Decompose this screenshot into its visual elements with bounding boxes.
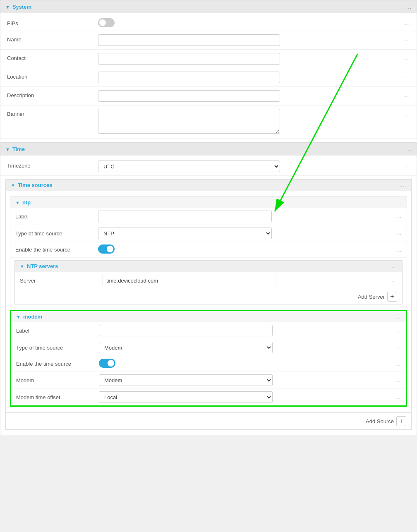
modem-label-input[interactable] — [99, 325, 273, 336]
ntp-enable-toggle[interactable] — [98, 244, 115, 254]
system-dots-icon[interactable]: ... — [406, 4, 412, 10]
add-server-button[interactable]: + — [387, 292, 397, 302]
name-dots-icon: ... — [405, 36, 410, 42]
server-dots[interactable]: ... — [385, 278, 397, 283]
timezone-row: Timezone UTC US/Eastern US/Central US/Mo… — [0, 157, 417, 176]
name-control — [98, 34, 398, 46]
ntp-type-dots[interactable]: ... — [389, 230, 402, 236]
system-section-header[interactable]: ▼ System ... — [0, 0, 417, 13]
name-row: Name ... — [0, 31, 417, 50]
contact-control — [98, 53, 398, 65]
fips-dots[interactable]: ... — [398, 18, 410, 26]
location-input[interactable] — [98, 72, 280, 83]
contact-input[interactable] — [98, 53, 280, 65]
add-source-row: Add Source + — [6, 412, 411, 429]
location-dots[interactable]: ... — [398, 72, 410, 79]
ntp-servers-dots-icon[interactable]: ... — [392, 264, 397, 269]
location-dots-icon: ... — [405, 74, 410, 79]
modem-enable-label: Enable the time source — [16, 361, 99, 367]
modem-section-header[interactable]: ▼ modem ... — [11, 311, 406, 322]
time-sources-header[interactable]: ▼ Time sources ... — [6, 180, 411, 191]
description-input[interactable] — [98, 90, 280, 102]
time-sources-title: Time sources — [18, 182, 53, 188]
modem-section: ▼ modem ... Label — [10, 310, 407, 407]
modem-label-dots-icon: ... — [395, 328, 401, 333]
ntp-header-left: ▼ ntp — [15, 199, 31, 206]
ntp-servers-title: NTP servers — [27, 263, 58, 269]
banner-dots[interactable]: ... — [398, 109, 410, 117]
name-dots[interactable]: ... — [398, 34, 410, 42]
modem-offset-row: Modem time offset Local UTC ... — [11, 389, 406, 405]
time-section-content: Timezone UTC US/Eastern US/Central US/Mo… — [0, 156, 417, 435]
time-header-left: ▼ Time — [5, 146, 25, 152]
banner-textarea[interactable] — [98, 109, 280, 134]
modem-label-control — [99, 325, 388, 336]
fips-label: FIPs — [7, 18, 98, 26]
server-control — [103, 275, 385, 286]
ntp-label-control — [98, 211, 389, 222]
system-header-left: ▼ System — [5, 4, 31, 10]
contact-dots-icon: ... — [405, 55, 410, 61]
ntp-enable-dots-icon: ... — [396, 247, 402, 253]
timezone-label: Timezone — [7, 161, 98, 169]
modem-type-select[interactable]: NTP Modem GPS — [99, 342, 273, 353]
add-source-button[interactable]: + — [396, 416, 406, 426]
name-label: Name — [7, 34, 98, 43]
ntp-label-dots-icon: ... — [396, 213, 402, 219]
ntp-servers-content: Server ... — [14, 272, 403, 304]
banner-control — [98, 109, 398, 134]
ntp-label-dots[interactable]: ... — [389, 213, 402, 219]
server-input[interactable] — [103, 275, 276, 286]
banner-label: Banner — [7, 109, 98, 117]
ntp-type-select[interactable]: NTP Modem GPS — [98, 228, 272, 239]
fips-control — [98, 18, 398, 27]
contact-dots[interactable]: ... — [398, 53, 410, 61]
modem-offset-dots[interactable]: ... — [388, 394, 401, 400]
ntp-label-label: Label — [15, 213, 98, 220]
description-control — [98, 90, 398, 102]
modem-modem-dots[interactable]: ... — [388, 377, 401, 383]
fips-toggle[interactable] — [98, 18, 115, 27]
modem-offset-select[interactable]: Local UTC — [99, 391, 273, 403]
modem-offset-label: Modem time offset — [16, 394, 99, 400]
ntp-enable-slider — [98, 244, 115, 254]
modem-enable-control — [99, 359, 388, 369]
ntp-servers-header[interactable]: ▼ NTP servers ... — [14, 260, 403, 272]
name-input[interactable] — [98, 34, 280, 46]
description-label: Description — [7, 90, 98, 98]
fips-dots-icon: ... — [405, 20, 410, 26]
modem-modem-dots-icon: ... — [395, 377, 401, 383]
contact-label: Contact — [7, 53, 98, 61]
timezone-control: UTC US/Eastern US/Central US/Mountain US… — [98, 161, 398, 172]
ntp-section-header[interactable]: ▼ ntp ... — [10, 197, 407, 208]
ntp-servers-header-left: ▼ NTP servers — [20, 263, 58, 269]
modem-type-dots[interactable]: ... — [388, 345, 401, 350]
ntp-label-input[interactable] — [98, 211, 272, 222]
modem-label-label: Label — [16, 328, 99, 334]
location-row: Location ... — [0, 68, 417, 87]
modem-modem-row: Modem Modem ... — [11, 372, 406, 389]
time-sources-content: ▼ ntp ... Label — [6, 191, 411, 412]
timezone-select[interactable]: UTC US/Eastern US/Central US/Mountain US… — [98, 161, 280, 172]
description-dots-icon: ... — [405, 92, 410, 98]
time-sources-dots-icon[interactable]: ... — [401, 182, 406, 188]
add-source-label: Add Source — [366, 418, 394, 424]
ntp-content: Label ... Type of time source — [10, 208, 407, 304]
modem-offset-control: Local UTC — [99, 391, 388, 403]
time-dots-icon[interactable]: ... — [406, 146, 412, 152]
timezone-dots[interactable]: ... — [398, 161, 410, 168]
add-server-row: Add Server + — [15, 289, 402, 304]
system-section: ▼ System ... FIPs ... — [0, 0, 417, 139]
ntp-enable-dots[interactable]: ... — [389, 247, 402, 253]
banner-dots-icon: ... — [405, 111, 410, 117]
modem-label-dots[interactable]: ... — [388, 328, 401, 333]
ntp-enable-row: Enable the time source ... — [10, 242, 407, 258]
modem-modem-select[interactable]: Modem — [99, 374, 273, 386]
time-chevron-icon: ▼ — [5, 147, 10, 152]
description-dots[interactable]: ... — [398, 90, 410, 98]
time-section-header[interactable]: ▼ Time ... — [0, 143, 417, 156]
modem-dots-icon[interactable]: ... — [395, 314, 401, 320]
modem-enable-dots[interactable]: ... — [388, 361, 401, 367]
ntp-dots-icon[interactable]: ... — [396, 200, 402, 206]
modem-enable-toggle[interactable] — [99, 359, 115, 368]
